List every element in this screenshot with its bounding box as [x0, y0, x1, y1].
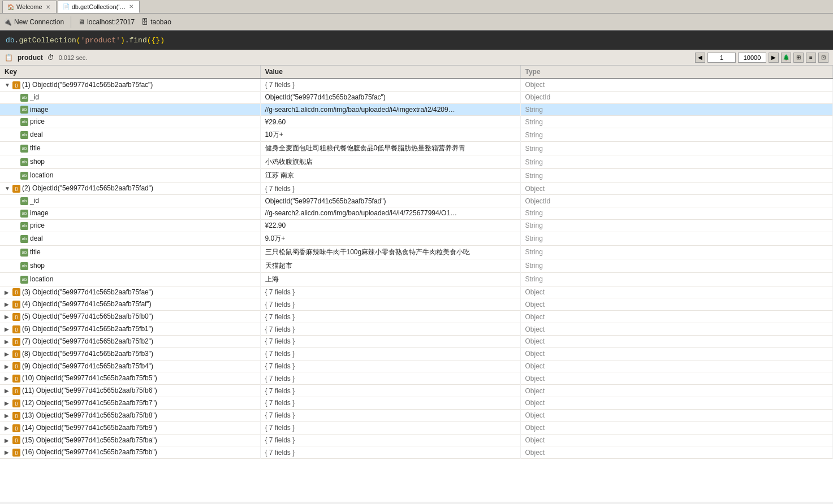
table-row[interactable]: ▶{}(13) ObjectId("5e9977d41c565b2aafb75f…: [0, 409, 833, 422]
doc-icon: {}: [12, 362, 20, 370]
row-key-text: deal: [30, 234, 43, 242]
table-row[interactable]: ▶{}(14) ObjectId("5e9977d41c565b2aafb75f…: [0, 422, 833, 434]
row-value: 小鸡收腹旗舰店: [260, 155, 520, 169]
expand-icon[interactable]: ▶: [5, 338, 11, 345]
table-row[interactable]: abtitle健身全麦面包吐司粗粮代餐饱腹食品0低早餐脂肪热量整箱营养养胃Str…: [0, 142, 833, 155]
expand-icon[interactable]: ▶: [5, 412, 11, 419]
table-row[interactable]: ▶{}(5) ObjectId("5e9977d41c565b2aafb75fb…: [0, 311, 833, 323]
expand-icon[interactable]: ▼: [5, 82, 11, 89]
page-size-input[interactable]: [738, 53, 766, 63]
row-value: 9.0万+: [260, 232, 520, 245]
table-row[interactable]: abdeal10万+String: [0, 128, 833, 142]
table-row[interactable]: ab_idObjectId("5e9977d41c565b2aafb75fac"…: [0, 91, 833, 103]
table-row[interactable]: abimage//g-search1.alicdn.com/img/bao/up…: [0, 103, 833, 116]
row-value: ObjectId("5e9977d41c565b2aafb75fad"): [260, 195, 520, 207]
row-value: { 7 fields }: [260, 311, 520, 323]
table-row[interactable]: abimage//g-search2.alicdn.com/img/bao/up…: [0, 207, 833, 219]
expand-icon[interactable]: ▶: [5, 449, 11, 456]
row-value: ObjectId("5e9977d41c565b2aafb75fac"): [260, 91, 520, 103]
table-row[interactable]: ▶{}(7) ObjectId("5e9977d41c565b2aafb75fb…: [0, 335, 833, 347]
row-value: { 7 fields }: [260, 323, 520, 336]
tab-query[interactable]: 📄 db.getCollection('… ✕: [58, 1, 140, 13]
row-value: { 7 fields }: [260, 422, 520, 434]
new-connection-button[interactable]: 🔌 New Connection: [3, 18, 64, 26]
row-key: abdeal: [0, 232, 260, 245]
row-type: Object: [520, 446, 833, 459]
row-value: { 7 fields }: [260, 372, 520, 385]
row-type: Object: [520, 286, 833, 298]
row-type: Object: [520, 298, 833, 311]
table-row[interactable]: ▶{}(10) ObjectId("5e9977d41c565b2aafb75f…: [0, 372, 833, 385]
db-label[interactable]: 🗄 taobao: [141, 18, 171, 26]
expand-icon[interactable]: ▶: [5, 301, 11, 308]
table-row[interactable]: ▶{}(16) ObjectId("5e9977d41c565b2aafb75f…: [0, 446, 833, 459]
expand-icon[interactable]: ▶: [5, 425, 11, 432]
view-text-button[interactable]: ≡: [806, 53, 816, 63]
table-row[interactable]: abtitle三只松鼠蜀香麻辣味牛肉干100g麻辣小零食熟食特产牛肉粒美食小吃S…: [0, 245, 833, 259]
expand-icon[interactable]: ▶: [5, 289, 11, 296]
row-type: Object: [520, 360, 833, 372]
table-row[interactable]: ▶{}(6) ObjectId("5e9977d41c565b2aafb75fb…: [0, 323, 833, 336]
results-header: 📋 product ⏱ 0.012 sec. ◀ ▶ 🌲 ⊞ ≡ ⊡: [0, 50, 833, 66]
view-tree-button[interactable]: 🌲: [781, 53, 791, 63]
table-row[interactable]: ▶{}(4) ObjectId("5e9977d41c565b2aafb75fa…: [0, 298, 833, 311]
collection-name: product: [18, 54, 43, 62]
expand-icon[interactable]: ▶: [5, 351, 11, 358]
view-custom-button[interactable]: ⊡: [818, 53, 828, 63]
row-key: ab_id: [0, 195, 260, 207]
tab-welcome[interactable]: 🏠 Welcome ✕: [2, 1, 57, 13]
row-type: ObjectId: [520, 91, 833, 103]
row-key: ▶{}(7) ObjectId("5e9977d41c565b2aafb75fb…: [0, 335, 260, 347]
row-key: abshop: [0, 259, 260, 272]
field-icon: ab: [20, 210, 28, 218]
expand-icon[interactable]: ▼: [5, 185, 11, 192]
table-row[interactable]: abdeal9.0万+String: [0, 232, 833, 245]
table-row[interactable]: abshop小鸡收腹旗舰店String: [0, 155, 833, 169]
row-type: Object: [520, 79, 833, 91]
prev-page-button[interactable]: ◀: [695, 53, 705, 63]
table-row[interactable]: abprice¥29.60String: [0, 116, 833, 128]
table-row[interactable]: ▶{}(11) ObjectId("5e9977d41c565b2aafb75f…: [0, 385, 833, 397]
row-key: ab_id: [0, 91, 260, 103]
field-icon: ab: [20, 106, 28, 114]
row-type: String: [520, 245, 833, 259]
field-icon: ab: [20, 145, 28, 153]
host-label[interactable]: 🖥 localhost:27017: [78, 18, 135, 26]
host-text: localhost:27017: [87, 18, 135, 26]
expand-icon[interactable]: ▶: [5, 375, 11, 382]
table-row[interactable]: ▶{}(8) ObjectId("5e9977d41c565b2aafb75fb…: [0, 347, 833, 360]
row-key: ▼{}(1) ObjectId("5e9977d41c565b2aafb75fa…: [0, 79, 260, 91]
row-key: ▶{}(9) ObjectId("5e9977d41c565b2aafb75fb…: [0, 360, 260, 372]
table-row[interactable]: ablocation江苏 南京String: [0, 169, 833, 183]
expand-icon[interactable]: ▶: [5, 388, 11, 394]
table-row[interactable]: ab_idObjectId("5e9977d41c565b2aafb75fad"…: [0, 195, 833, 207]
row-key: abtitle: [0, 245, 260, 259]
table-row[interactable]: abshop天猫超市String: [0, 259, 833, 272]
tab-welcome-close[interactable]: ✕: [45, 4, 51, 10]
expand-icon[interactable]: ▶: [5, 314, 11, 320]
tab-query-close[interactable]: ✕: [128, 3, 135, 10]
doc-icon: {}: [12, 185, 20, 193]
table-row[interactable]: ▶{}(3) ObjectId("5e9977d41c565b2aafb75fa…: [0, 286, 833, 298]
table-row[interactable]: ▶{}(15) ObjectId("5e9977d41c565b2aafb75f…: [0, 434, 833, 446]
row-key-text: (6) ObjectId("5e9977d41c565b2aafb75fb1"): [22, 325, 153, 333]
expand-icon[interactable]: ▶: [5, 363, 11, 370]
expand-icon[interactable]: ▶: [5, 326, 11, 333]
table-row[interactable]: abprice¥22.90String: [0, 219, 833, 232]
expand-icon[interactable]: ▶: [5, 400, 11, 407]
row-key-text: shop: [30, 158, 45, 166]
table-row[interactable]: ▼{}(2) ObjectId("5e9977d41c565b2aafb75fa…: [0, 183, 833, 195]
row-key-text: (16) ObjectId("5e9977d41c565b2aafb75fbb"…: [22, 448, 157, 456]
col-type: Type: [520, 66, 833, 79]
row-key-text: (7) ObjectId("5e9977d41c565b2aafb75fb2"): [22, 337, 153, 345]
table-row[interactable]: ▼{}(1) ObjectId("5e9977d41c565b2aafb75fa…: [0, 79, 833, 91]
table-row[interactable]: ▶{}(12) ObjectId("5e9977d41c565b2aafb75f…: [0, 397, 833, 410]
next-page-button[interactable]: ▶: [769, 53, 779, 63]
doc-icon: {}: [12, 387, 20, 395]
expand-icon[interactable]: ▶: [5, 437, 11, 444]
page-number-input[interactable]: [707, 53, 736, 63]
table-row[interactable]: ablocation上海String: [0, 272, 833, 286]
table-row[interactable]: ▶{}(9) ObjectId("5e9977d41c565b2aafb75fb…: [0, 360, 833, 372]
row-key-text: (2) ObjectId("5e9977d41c565b2aafb75fad"): [22, 184, 153, 192]
view-table-button[interactable]: ⊞: [793, 53, 804, 63]
